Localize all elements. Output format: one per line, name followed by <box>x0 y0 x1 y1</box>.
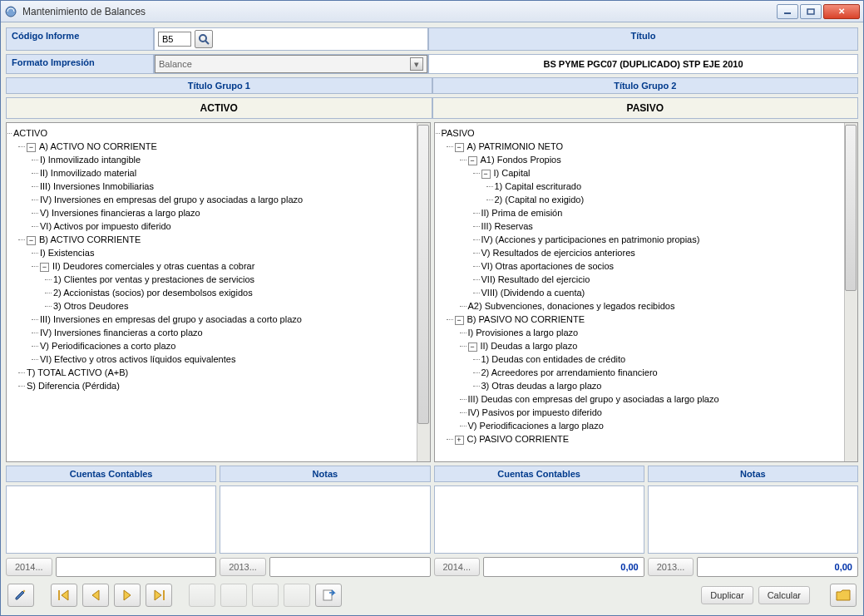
tree-node[interactable]: VI) Activos por impuesto diferido <box>40 219 415 233</box>
cuentas2-box[interactable] <box>434 485 644 554</box>
tree-node[interactable]: V) Resultados de ejercicios anteriores <box>481 246 843 259</box>
year-2013-right-button[interactable]: 2013... <box>648 558 694 576</box>
tree-node[interactable]: 2) (Capital no exigido) <box>495 193 843 206</box>
codigo-input[interactable] <box>158 32 191 47</box>
export-button[interactable] <box>315 584 342 607</box>
tree-node[interactable]: B) ACTIVO CORRIENTE I) Existencias II) D… <box>27 233 415 366</box>
toggle-icon[interactable] <box>455 143 464 152</box>
tree-node[interactable]: I) Provisiones a largo plazo <box>468 326 843 339</box>
maximize-button[interactable] <box>800 4 822 19</box>
tree-node[interactable]: I) Existencias <box>40 246 415 259</box>
tree-node[interactable]: III) Inversiones Inmobiliarias <box>40 180 415 193</box>
tree-node[interactable]: 2) Accionistas (socios) por desembolsos … <box>53 286 415 299</box>
tree-node[interactable]: I) Inmovilizado intangible <box>40 153 415 166</box>
titlebar: Mantenimiento de Balances ✕ <box>1 1 863 22</box>
tree-node[interactable]: II) Deudas a largo plazo 1) Deudas con e… <box>468 339 843 392</box>
nav-next-button[interactable] <box>114 584 141 607</box>
prev-icon <box>89 589 102 602</box>
tree-node[interactable]: II) Inmovilizado material <box>40 166 415 180</box>
tree-node[interactable]: 1) Clientes por ventas y prestaciones de… <box>53 273 415 286</box>
tree-node[interactable]: VI) Otras aportaciones de socios <box>481 259 843 273</box>
toggle-icon[interactable] <box>481 170 491 179</box>
tree-node[interactable]: C) PASIVO CORRIENTE <box>455 432 843 446</box>
year-row: 2014... 2013... 2014... 0,00 2013... 0,0… <box>6 557 858 577</box>
svg-rect-8 <box>323 590 332 600</box>
toggle-icon[interactable] <box>27 236 36 245</box>
value-2014-left[interactable] <box>56 557 217 577</box>
codigo-cell <box>154 27 428 51</box>
window: Mantenimiento de Balances ✕ Código Infor… <box>0 0 864 616</box>
tree-node[interactable]: IV) Pasivos por impuesto diferido <box>468 406 843 419</box>
tree-node[interactable]: III) Reservas <box>481 219 843 233</box>
tree-node[interactable]: 3) Otros Deudores <box>53 299 415 313</box>
action-4-button <box>284 584 310 607</box>
chevron-down-icon: ▾ <box>410 57 423 71</box>
tree-node[interactable]: II) Prima de emisión <box>481 206 843 219</box>
tree-node[interactable]: IV) Inversiones en empresas del grupo y … <box>40 193 415 206</box>
svg-point-3 <box>200 35 206 42</box>
nav-prev-button[interactable] <box>82 584 109 607</box>
toggle-icon[interactable] <box>468 342 477 352</box>
tree-node[interactable]: S) Diferencia (Pérdida) <box>27 379 415 392</box>
tree-node[interactable]: T) TOTAL ACTIVO (A+B) <box>27 366 415 379</box>
titulo-input[interactable]: BS PYME PGC07 (DUPLICADO) STP EJE 2010 <box>428 54 858 74</box>
nav-last-button[interactable] <box>146 584 172 607</box>
toggle-icon[interactable] <box>468 156 477 165</box>
search-button[interactable] <box>195 30 213 48</box>
tree-node[interactable]: I) Capital 1) Capital escriturado 2) (Ca… <box>481 166 843 206</box>
folder-button[interactable] <box>830 584 857 607</box>
value-2013-left[interactable] <box>269 557 431 577</box>
edit-button[interactable] <box>7 584 34 607</box>
year-2014-left-button[interactable]: 2014... <box>6 558 52 576</box>
toggle-icon[interactable] <box>455 436 464 445</box>
formato-value: Balance <box>159 59 192 69</box>
tree-node[interactable]: VIII) (Dividendo a cuenta) <box>481 286 843 299</box>
tree-node[interactable]: 2) Acreedores por arrendamiento financie… <box>481 366 843 379</box>
tree-node[interactable]: A) PATRIMONIO NETO A1) Fondos Propios I)… <box>455 140 843 313</box>
grupo2-name[interactable]: PASIVO <box>432 97 859 119</box>
tree-node[interactable]: A2) Subvenciones, donaciones y legados r… <box>468 299 843 313</box>
grupo2-header: Título Grupo 2 <box>432 77 859 94</box>
close-button[interactable]: ✕ <box>823 4 860 19</box>
tree-node[interactable]: IV) (Acciones y participaciones en patri… <box>481 233 843 246</box>
tree-node[interactable]: A) ACTIVO NO CORRIENTE I) Inmovilizado i… <box>27 140 415 233</box>
value-2014-right[interactable]: 0,00 <box>483 557 644 577</box>
value-2013-right[interactable]: 0,00 <box>697 557 858 577</box>
year-2013-left-button[interactable]: 2013... <box>220 558 266 576</box>
grupo1-name[interactable]: ACTIVO <box>6 97 432 119</box>
toggle-icon[interactable] <box>27 143 36 152</box>
notas1-box[interactable] <box>220 485 430 554</box>
tree-node[interactable]: 1) Deudas con entidades de crédito <box>481 352 843 366</box>
notas2-box[interactable] <box>648 485 858 554</box>
cuentas1-box[interactable] <box>6 485 216 554</box>
tree-node[interactable]: IV) Inversiones financieras a corto plaz… <box>40 326 415 339</box>
scrollbar-pasivo[interactable] <box>844 123 857 461</box>
tree-node[interactable]: B) PASIVO NO CORRIENTE I) Provisiones a … <box>455 313 843 432</box>
tree-pasivo[interactable]: PASIVO A) PATRIMONIO NETO A1) Fondos Pro… <box>434 122 859 462</box>
tree-node[interactable]: V) Periodificaciones a corto plazo <box>40 339 415 352</box>
tree-node[interactable]: V) Periodificaciones a largo plazo <box>468 419 843 432</box>
minimize-button[interactable] <box>777 4 798 19</box>
toggle-icon[interactable] <box>455 316 464 325</box>
tree-node[interactable]: III) Inversiones en empresas del grupo y… <box>40 313 415 326</box>
tree-activo[interactable]: ACTIVO A) ACTIVO NO CORRIENTE I) Inmovil… <box>6 122 431 462</box>
formato-combo[interactable]: Balance ▾ <box>155 55 427 73</box>
tree-node[interactable]: VII) Resultado del ejercicio <box>481 273 843 286</box>
tree-node[interactable]: V) Inversiones financieras a largo plazo <box>40 206 415 219</box>
first-icon <box>57 589 72 602</box>
year-2014-right-button[interactable]: 2014... <box>434 558 481 576</box>
tree-node[interactable]: III) Deudas con empresas del grupo y aso… <box>468 392 843 406</box>
tree-node[interactable]: A1) Fondos Propios I) Capital 1) Capital… <box>468 153 843 299</box>
tree-node[interactable]: PASIVO A) PATRIMONIO NETO A1) Fondos Pro… <box>442 126 843 446</box>
tree-node[interactable]: 3) Otras deudas a largo plazo <box>481 379 843 392</box>
duplicar-button[interactable]: Duplicar <box>701 586 753 604</box>
titulo-header: Título <box>428 27 858 51</box>
scrollbar-activo[interactable] <box>417 123 430 461</box>
nav-first-button[interactable] <box>51 584 77 607</box>
tree-node[interactable]: ACTIVO A) ACTIVO NO CORRIENTE I) Inmovil… <box>13 126 415 392</box>
tree-node[interactable]: 1) Capital escriturado <box>495 180 843 193</box>
tree-node[interactable]: II) Deudores comerciales y otras cuentas… <box>40 259 415 313</box>
tree-node[interactable]: VI) Efectivo y otros activos líquidos eq… <box>40 352 415 366</box>
calcular-button[interactable]: Calcular <box>758 586 810 604</box>
toggle-icon[interactable] <box>40 263 49 272</box>
